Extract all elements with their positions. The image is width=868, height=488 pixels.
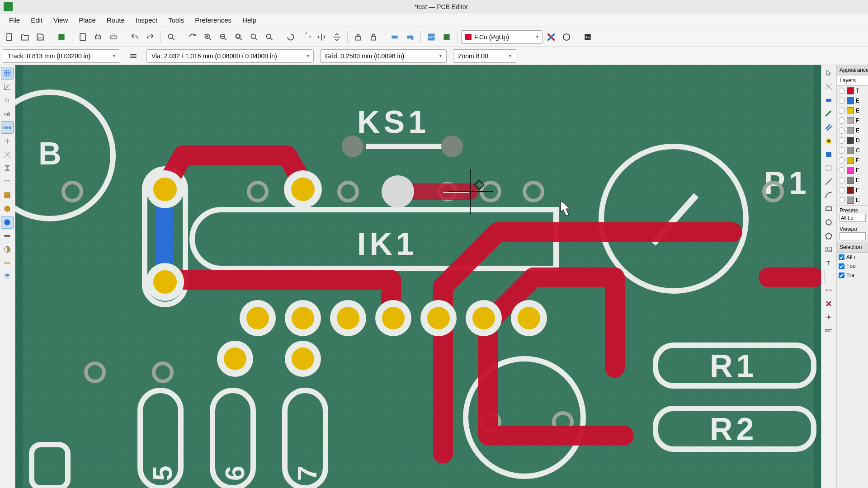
open-icon[interactable] [18, 30, 32, 44]
filter-tracks-checkbox[interactable] [839, 272, 844, 278]
presets-selector[interactable] [840, 214, 866, 222]
zoom-out-icon[interactable] [217, 30, 230, 44]
measure-icon[interactable] [822, 324, 835, 337]
layer-row[interactable]: F [837, 116, 868, 126]
grid-selector[interactable]: Grid: 0.2500 mm (0.0098 in) ▾ [320, 49, 447, 63]
menu-edit[interactable]: Edit [25, 14, 48, 26]
filter-all-checkbox[interactable] [839, 254, 844, 260]
zoom-objects-icon[interactable] [247, 30, 261, 44]
eye-icon[interactable] [839, 147, 845, 154]
eye-icon[interactable] [839, 197, 845, 203]
origin-icon[interactable] [1, 148, 14, 161]
redo-icon[interactable] [143, 30, 157, 44]
menu-view[interactable]: View [48, 14, 73, 26]
zoom-selector[interactable]: Zoom 8.00 ▾ [453, 49, 516, 63]
draw-rect-icon[interactable] [822, 202, 835, 215]
grid-toggle-icon[interactable] [1, 67, 14, 80]
eye-icon[interactable] [839, 137, 845, 144]
eye-icon[interactable] [839, 117, 845, 124]
find-icon[interactable] [165, 30, 178, 44]
route-track-icon[interactable] [822, 108, 835, 120]
layer-row[interactable]: T [837, 86, 868, 96]
refresh-icon[interactable] [186, 30, 199, 44]
rotate-ccw-icon[interactable] [284, 30, 297, 44]
lock-icon[interactable] [351, 30, 365, 44]
place-zone-icon[interactable] [822, 148, 835, 161]
net-highlight-icon[interactable] [1, 257, 14, 269]
eye-icon[interactable] [839, 157, 845, 164]
layer-row[interactable]: E [837, 96, 868, 106]
track-width-selector[interactable]: Track: 0.813 mm (0.03200 in) ▾ [3, 49, 120, 63]
plot-icon[interactable] [107, 30, 120, 44]
dimension-icon[interactable] [822, 284, 835, 296]
eye-icon[interactable] [839, 88, 845, 94]
layers-manager-icon[interactable] [1, 270, 14, 283]
draw-circle-icon[interactable] [822, 216, 835, 229]
track-display-icon[interactable] [1, 230, 14, 242]
place-rule-area-icon[interactable] [822, 162, 835, 174]
eye-icon[interactable] [839, 177, 845, 183]
pad-display-icon[interactable] [1, 202, 14, 215]
rotate-cw-icon[interactable] [299, 30, 313, 44]
eye-icon[interactable] [839, 108, 845, 114]
units-in-icon[interactable]: in [1, 94, 14, 107]
print-icon[interactable] [91, 30, 105, 44]
page-settings-icon[interactable] [76, 30, 90, 44]
delete-icon[interactable] [822, 297, 835, 310]
layer-row[interactable]: E [837, 106, 868, 116]
menu-file[interactable]: File [4, 14, 25, 26]
appearance-tab[interactable]: Appearance [837, 65, 868, 75]
footprint-viewer-icon[interactable] [403, 30, 417, 44]
board-setup-icon[interactable] [55, 30, 68, 44]
eye-icon[interactable] [839, 187, 845, 193]
pcb-view[interactable]: KS1 IK1 P1 R1 R2 B 5 6 7 [15, 65, 821, 488]
place-image-icon[interactable] [822, 243, 835, 256]
zoom-selection-icon[interactable] [263, 30, 276, 44]
zoom-fit-icon[interactable] [232, 30, 245, 44]
cursor-shape-icon[interactable] [1, 135, 14, 147]
save-icon[interactable] [33, 30, 47, 44]
menu-route[interactable]: Route [101, 14, 130, 26]
layer-pair-icon[interactable] [544, 30, 558, 44]
units-mm-icon[interactable]: mm [1, 121, 14, 134]
mirror-h-icon[interactable] [315, 30, 328, 44]
pcb-canvas[interactable]: KS1 IK1 P1 R1 R2 B 5 6 7 [15, 65, 821, 488]
menu-place[interactable]: Place [73, 14, 101, 26]
layer-row[interactable]: D [837, 136, 868, 145]
eye-icon[interactable] [839, 127, 845, 134]
zone-display-icon[interactable] [1, 189, 14, 202]
ratsnest-icon[interactable] [1, 162, 14, 174]
new-icon[interactable] [3, 30, 16, 44]
draw-polygon-icon[interactable] [822, 230, 835, 242]
viewports-selector[interactable] [840, 232, 866, 240]
place-text-icon[interactable]: T [822, 257, 835, 269]
unlock-icon[interactable] [367, 30, 380, 44]
auto-track-width-icon[interactable] [127, 49, 140, 63]
layer-row[interactable]: F [837, 165, 868, 175]
layer-row[interactable]: E [837, 155, 868, 165]
layers-tab[interactable]: Layers [837, 75, 868, 86]
menu-preferences[interactable]: Preferences [189, 14, 237, 26]
draw-line-icon[interactable] [822, 175, 835, 188]
draw-arc-icon[interactable] [822, 189, 835, 202]
mirror-v-icon[interactable] [330, 30, 344, 44]
via-display-icon[interactable] [1, 216, 14, 229]
eye-icon[interactable] [839, 98, 845, 104]
select-tool-icon[interactable] [822, 67, 835, 80]
menu-inspect[interactable]: Inspect [130, 14, 163, 26]
layer-row[interactable]: F [837, 185, 868, 195]
scripting-icon[interactable] [581, 30, 594, 44]
update-from-schematic-icon[interactable]: NET [425, 30, 438, 44]
undo-icon[interactable] [128, 30, 142, 44]
zoom-in-icon[interactable] [201, 30, 215, 44]
filter-footprints[interactable]: Foo [837, 262, 868, 271]
layer-selector[interactable]: F.Cu (PgUp) ▾ [461, 30, 542, 44]
eye-icon[interactable] [839, 167, 845, 174]
polar-coord-icon[interactable] [1, 80, 14, 93]
menu-help[interactable]: Help [237, 14, 262, 26]
layer-row[interactable]: E [837, 126, 868, 136]
highlight-net-icon[interactable] [822, 80, 835, 93]
units-mil-icon[interactable]: mil [1, 108, 14, 120]
footprint-editor-icon[interactable] [388, 30, 401, 44]
filter-footprints-checkbox[interactable] [839, 263, 844, 269]
